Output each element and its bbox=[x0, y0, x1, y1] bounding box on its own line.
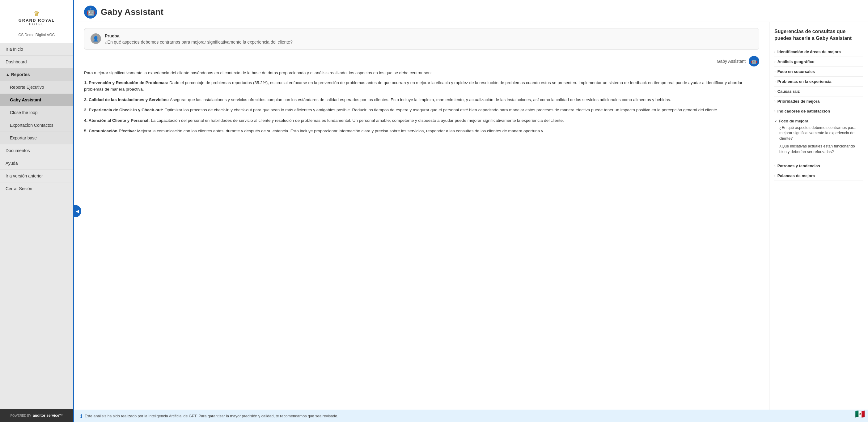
logo-brand-line1: GRAND ROYAL bbox=[19, 18, 55, 23]
sidebar-item-documentos[interactable]: Documentos bbox=[0, 144, 73, 157]
assistant-header: Gaby Assistant 🤖 bbox=[84, 56, 759, 66]
chevron-icon: › bbox=[774, 109, 776, 113]
chevron-icon: › bbox=[774, 80, 776, 83]
chevron-icon: › bbox=[774, 164, 776, 168]
sidebar-item-cerrar-sesion[interactable]: Cerrar Sesión bbox=[0, 182, 73, 195]
suggestion-label: Foco en sucursales bbox=[777, 69, 815, 74]
chevron-icon: › bbox=[774, 69, 776, 73]
chat-area: 👤 Prueba ¿En qué aspectos debemos centra… bbox=[74, 22, 769, 410]
sidebar-item-version-anterior[interactable]: Ir a versión anterior bbox=[0, 170, 73, 182]
suggestion-header-indicadores-satisfaccion[interactable]: ›Indicadores de satisfacción bbox=[774, 109, 863, 114]
suggestion-header-problemas-experiencia[interactable]: ›Problemas en la experiencia bbox=[774, 79, 863, 84]
chevron-icon: ∨ bbox=[774, 119, 777, 123]
assistant-response: Para mejorar significativamente la exper… bbox=[84, 69, 759, 134]
assistant-item: 2. Calidad de las Instalaciones y Servic… bbox=[84, 96, 759, 103]
info-icon: ℹ bbox=[80, 413, 82, 419]
suggestion-label: Patrones y tendencias bbox=[777, 163, 820, 168]
sidebar: ♛ GRAND ROYAL HOTEL CS Demo Digital VOC … bbox=[0, 0, 74, 422]
assistant-item: 3. Experiencia de Check-in y Check-out: … bbox=[84, 107, 759, 114]
sidebar-item-dashboard[interactable]: Dashboard bbox=[0, 56, 73, 68]
right-panel-title: Sugerencias de consultas que puedes hace… bbox=[774, 28, 863, 42]
suggestion-item-causas-raiz: ›Causas raíz bbox=[774, 87, 863, 96]
suggestion-header-foco-sucursales[interactable]: ›Foco en sucursales bbox=[774, 69, 863, 74]
suggestion-item-palancas-mejora: ›Palancas de mejora bbox=[774, 171, 863, 181]
suggestion-header-palancas-mejora[interactable]: ›Palancas de mejora bbox=[774, 174, 863, 178]
bottom-notice-text: Este análisis ha sido realizado por la I… bbox=[85, 414, 338, 418]
sidebar-item-gaby-assistant[interactable]: Gaby Assistant bbox=[0, 94, 73, 107]
assistant-robot-icon: 🤖 bbox=[749, 56, 759, 66]
sidebar-item-exportacion-contactos[interactable]: Exportacion Contactos bbox=[0, 119, 73, 132]
crown-icon: ♛ bbox=[34, 10, 40, 18]
suggestions-list: ›Identificación de áreas de mejora›Análi… bbox=[774, 47, 863, 181]
sidebar-logo-area: ♛ GRAND ROYAL HOTEL CS Demo Digital VOC bbox=[0, 0, 73, 43]
page-title: Gaby Assistant bbox=[101, 7, 163, 17]
chevron-icon: › bbox=[774, 60, 776, 63]
chevron-icon: › bbox=[774, 89, 776, 93]
suggestion-label: Causas raíz bbox=[777, 89, 800, 94]
suggestion-label: Análisis geográfico bbox=[777, 59, 814, 64]
assistant-item: 4. Atención al Cliente y Personal: La ca… bbox=[84, 117, 759, 124]
sidebar-footer: POWERED BY auditor service™ bbox=[0, 409, 73, 422]
sidebar-subtitle: CS Demo Digital VOC bbox=[18, 33, 55, 37]
suggestion-item-analisis-geografico: ›Análisis geográfico bbox=[774, 57, 863, 67]
suggestion-header-analisis-geografico[interactable]: ›Análisis geográfico bbox=[774, 59, 863, 64]
sidebar-item-reporte-ejecutivo[interactable]: Reporte Ejecutivo bbox=[0, 81, 73, 94]
suggestion-header-causas-raiz[interactable]: ›Causas raíz bbox=[774, 89, 863, 94]
chevron-icon: › bbox=[774, 174, 776, 178]
assistant-items: 1. Prevención y Resolución de Problemas:… bbox=[84, 80, 759, 134]
suggestion-item-patrones-tendencias: ›Patrones y tendencias bbox=[774, 161, 863, 171]
suggestion-header-foco-mejora[interactable]: ∨Foco de mejora bbox=[774, 119, 863, 123]
user-avatar: 👤 bbox=[91, 33, 101, 44]
user-question-text: ¿En qué aspectos debemos centrarnos para… bbox=[105, 39, 753, 44]
chevron-icon: › bbox=[774, 50, 776, 54]
user-message: 👤 Prueba ¿En qué aspectos debemos centra… bbox=[84, 28, 759, 50]
suggestion-header-patrones-tendencias[interactable]: ›Patrones y tendencias bbox=[774, 163, 863, 168]
sidebar-item-exportar-base[interactable]: Exportar base bbox=[0, 132, 73, 144]
bottom-notice: ℹ Este análisis ha sido realizado por la… bbox=[74, 410, 868, 422]
content-area: 👤 Prueba ¿En qué aspectos debemos centra… bbox=[74, 22, 868, 410]
right-panel: Sugerencias de consultas que puedes hace… bbox=[769, 22, 868, 410]
chevron-icon: › bbox=[774, 99, 776, 103]
assistant-intro: Para mejorar significativamente la exper… bbox=[84, 69, 759, 77]
sidebar-item-reportes[interactable]: ▲ Reportes bbox=[0, 68, 73, 81]
sidebar-item-close-loop[interactable]: Close the loop bbox=[0, 107, 73, 119]
sidebar-item-ayuda[interactable]: Ayuda bbox=[0, 157, 73, 170]
suggestion-item-areas-mejora: ›Identificación de áreas de mejora bbox=[774, 47, 863, 57]
suggestion-label: Prioridades de mejora bbox=[777, 99, 820, 103]
suggestion-item-foco-sucursales: ›Foco en sucursales bbox=[774, 67, 863, 77]
sidebar-logo: ♛ GRAND ROYAL HOTEL bbox=[18, 6, 55, 30]
sidebar-nav: Ir a InicioDashboard▲ ReportesReporte Ej… bbox=[0, 43, 73, 195]
sidebar-item-ir-inicio[interactable]: Ir a Inicio bbox=[0, 43, 73, 56]
auditor-brand-label: auditor service™ bbox=[33, 413, 63, 418]
user-message-content: Prueba ¿En qué aspectos debemos centrarn… bbox=[105, 33, 753, 44]
user-name: Prueba bbox=[105, 33, 753, 38]
suggestion-item-problemas-experiencia: ›Problemas en la experiencia bbox=[774, 77, 863, 87]
suggestion-item-indicadores-satisfaccion: ›Indicadores de satisfacción bbox=[774, 107, 863, 116]
suggestion-sub-item[interactable]: ¿Qué iniciativas actuales están funciona… bbox=[779, 144, 863, 155]
suggestion-label: Problemas en la experiencia bbox=[777, 79, 832, 84]
page-header: 🤖 Gaby Assistant bbox=[74, 0, 868, 22]
assistant-message: Gaby Assistant 🤖 Para mejorar significat… bbox=[84, 56, 759, 138]
suggestion-item-prioridades-mejora: ›Prioridades de mejora bbox=[774, 96, 863, 107]
suggestion-header-areas-mejora[interactable]: ›Identificación de áreas de mejora bbox=[774, 50, 863, 54]
assistant-item: 1. Prevención y Resolución de Problemas:… bbox=[84, 80, 759, 93]
assistant-item: 5. Comunicación Efectiva: Mejorar la com… bbox=[84, 128, 759, 134]
gaby-robot-icon: 🤖 bbox=[84, 6, 97, 19]
assistant-name-label: Gaby Assistant bbox=[717, 59, 746, 64]
suggestion-label: Palancas de mejora bbox=[777, 174, 815, 178]
suggestion-item-foco-mejora: ∨Foco de mejora¿En qué aspectos debemos … bbox=[774, 116, 863, 161]
suggestion-sub-item[interactable]: ¿En qué aspectos debemos centrarnos para… bbox=[779, 125, 863, 142]
mexico-flag: 🇲🇽 bbox=[855, 409, 865, 419]
suggestion-header-prioridades-mejora[interactable]: ›Prioridades de mejora bbox=[774, 99, 863, 103]
main-content: 🤖 Gaby Assistant 👤 Prueba ¿En qué aspect… bbox=[74, 0, 868, 422]
logo-brand-line2: HOTEL bbox=[29, 23, 44, 26]
suggestion-label: Foco de mejora bbox=[779, 119, 808, 123]
suggestion-label: Indicadores de satisfacción bbox=[777, 109, 830, 114]
suggestion-label: Identificación de áreas de mejora bbox=[777, 50, 841, 54]
powered-by-label: POWERED BY bbox=[10, 414, 31, 417]
